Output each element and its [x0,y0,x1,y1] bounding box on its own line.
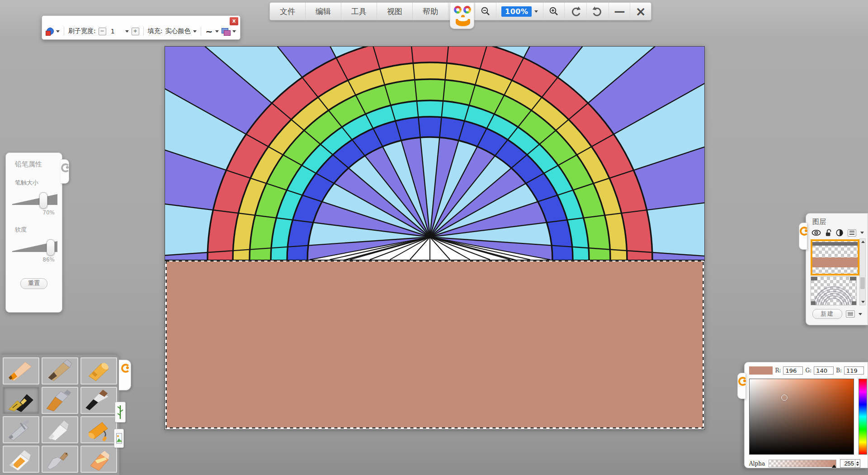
menu-view[interactable]: 视图 [377,3,413,20]
tool-ink-brush-button[interactable] [80,387,117,414]
alpha-input[interactable] [840,460,855,467]
chevron-down-icon[interactable] [56,30,60,33]
chevron-down-icon[interactable] [193,30,197,33]
blue-label: B: [836,367,842,374]
marker-icon [5,447,38,471]
palette-knife-icon [44,447,76,471]
tool-crayon-button[interactable] [80,357,117,385]
undo-button[interactable] [565,3,587,20]
tool-paint-brush-button[interactable] [42,387,78,414]
layer-item-rainbow[interactable] [811,276,857,305]
chevron-down-icon[interactable] [232,30,236,33]
layer-item-ground-selected[interactable] [811,239,859,276]
clown-handle-icon [800,227,807,234]
blend-mode-icon[interactable] [222,28,230,35]
color-marker-icon[interactable] [781,394,788,401]
clown-handle-icon [121,364,128,371]
menu-help[interactable]: 帮助 [413,3,448,20]
bamboo-icon [117,404,123,420]
blue-input[interactable] [844,366,864,375]
toolbar-close-button[interactable]: x [230,17,238,25]
redo-icon [592,6,604,17]
zoom-level-display[interactable]: 100% [496,3,533,20]
softness-slider[interactable] [12,240,57,254]
zoom-out-button[interactable] [475,3,496,20]
pencil-properties-panel: 铅笔属性 笔触大小 70% 软度 86% 重置 [5,152,62,313]
layer-list-scrollbar[interactable] [859,238,866,305]
layers-panel-title: 图层 [812,218,868,226]
brush-size-slider-thumb[interactable] [39,192,47,209]
scrollbar-thumb[interactable] [860,277,865,289]
brush-width-increase-button[interactable]: + [132,28,139,35]
alpha-spinner [840,459,860,468]
layer-lock-icon[interactable] [825,229,832,237]
tool-palette-knife-button[interactable] [42,446,78,473]
brush-options-toolbar: x 刷子宽度: − 1 + 填充: 实心颜色 ~ [42,15,241,40]
reset-button[interactable]: 重置 [20,278,47,289]
pencil-panel-tab[interactable] [61,159,69,184]
tool-marker-button[interactable] [3,446,39,473]
layers-panel: 图层 [806,213,868,325]
alpha-label: Alpha [749,461,765,467]
clown-eye-left-icon [454,6,462,14]
minimize-button[interactable]: — [609,3,630,20]
tool-fountain-pen-button[interactable] [3,387,39,414]
close-button[interactable]: × [630,3,651,20]
spin-up-icon[interactable] [856,461,859,463]
chevron-down-icon[interactable] [215,30,219,33]
scroll-up-icon[interactable] [861,241,865,243]
clown-logo-icon [450,3,474,29]
zoom-in-button[interactable] [543,3,565,20]
layer-visibility-icon[interactable] [811,229,821,236]
reference-image-button[interactable] [114,429,124,448]
new-layer-button[interactable]: 新建 [812,309,842,319]
layer-options-button[interactable] [846,310,855,318]
alpha-marker-icon[interactable] [832,465,836,468]
softness-slider-thumb[interactable] [47,239,55,256]
tool-airbrush-button[interactable] [3,416,39,443]
paint-brush-icon [44,388,76,413]
scroll-down-icon[interactable] [861,301,865,303]
spin-down-icon[interactable] [856,464,859,466]
drawing-canvas[interactable] [165,46,705,430]
fill-mode-value[interactable]: 实心颜色 [165,27,190,35]
brush-width-value[interactable]: 1 [109,28,123,35]
redo-button[interactable] [587,3,609,20]
menu-file[interactable]: 文件 [270,3,306,20]
alpha-slider[interactable] [769,460,836,467]
hue-slider[interactable] [859,379,867,455]
tool-paint-roller-button[interactable] [80,416,117,443]
tool-paint-tube-button[interactable] [42,416,78,443]
color-panel-tab[interactable] [737,373,745,399]
menu-edit[interactable]: 编辑 [306,3,341,20]
chevron-down-icon[interactable] [859,313,862,315]
saturation-value-picker[interactable] [749,379,854,455]
stroke-smoothing-icon[interactable]: ~ [205,28,212,34]
tool-charcoal-pencil-button[interactable] [42,357,78,385]
layer-list [810,238,865,305]
brush-size-value: 70% [12,209,57,216]
layers-panel-tab[interactable] [799,223,807,250]
brush-width-label: 刷子宽度: [68,27,96,35]
brush-width-decrease-button[interactable]: − [99,28,106,35]
chevron-down-icon[interactable] [125,30,129,33]
red-input[interactable] [783,366,803,375]
brush-color-icon[interactable] [46,28,53,35]
clown-handle-icon [61,163,68,171]
ink-brush-icon [83,388,115,413]
app-logo-clown[interactable] [448,3,475,20]
tool-pencil-button[interactable] [3,357,39,385]
green-input[interactable] [814,366,834,375]
layer-blend-icon[interactable] [836,229,843,237]
brush-size-slider[interactable] [12,193,57,207]
slider-track [12,194,57,205]
chevron-down-icon[interactable] [860,232,864,234]
tool-palette-tab[interactable] [119,360,131,390]
tool-eraser-button[interactable] [80,446,117,473]
layer-menu-button[interactable] [848,229,856,237]
texture-brush-button[interactable] [115,402,126,423]
brush-size-label: 笔触大小 [15,179,57,187]
current-color-swatch [749,366,773,375]
menu-tools[interactable]: 工具 [341,3,377,20]
zoom-level-dropdown[interactable] [533,3,543,20]
